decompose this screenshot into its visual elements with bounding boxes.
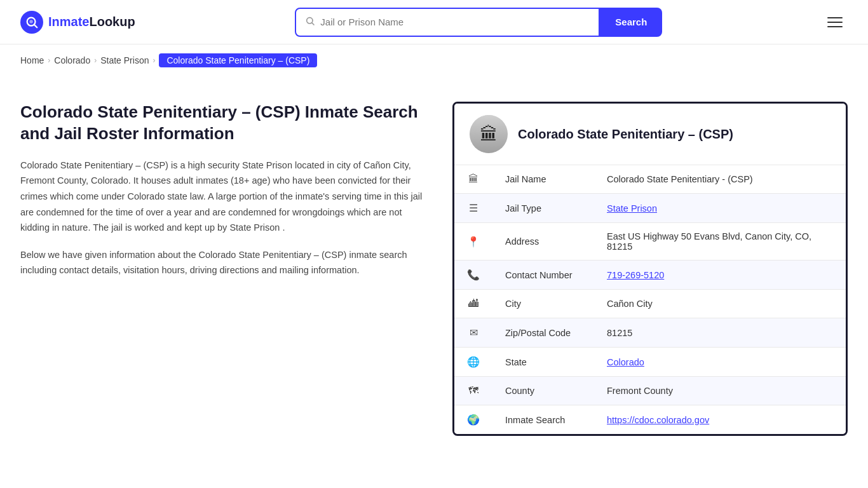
svg-line-1 bbox=[34, 25, 37, 27]
table-row: 🌍Inmate Searchhttps://cdoc.colorado.gov bbox=[454, 405, 846, 435]
row-value: 81215 bbox=[594, 318, 846, 348]
card-avatar: 🏛 bbox=[470, 115, 508, 153]
row-value[interactable]: https://cdoc.colorado.gov bbox=[594, 405, 846, 435]
header: InmateLookup Search bbox=[0, 0, 868, 44]
table-row: 📍AddressEast US Highway 50 Evans Blvd, C… bbox=[454, 223, 846, 261]
page-desc-2: Below we have given information about th… bbox=[20, 247, 427, 278]
row-value: East US Highway 50 Evans Blvd, Canon Cit… bbox=[594, 223, 846, 261]
table-row: ✉Zip/Postal Code81215 bbox=[454, 318, 846, 348]
row-label: Inmate Search bbox=[492, 405, 594, 435]
row-link[interactable]: 719-269-5120 bbox=[607, 270, 664, 280]
row-icon: 🏙 bbox=[454, 290, 492, 318]
row-link[interactable]: State Prison bbox=[607, 203, 657, 214]
breadcrumb-state-prison[interactable]: State Prison bbox=[100, 55, 149, 65]
row-label: Zip/Postal Code bbox=[492, 318, 594, 348]
breadcrumb-home[interactable]: Home bbox=[20, 55, 44, 65]
row-icon: ✉ bbox=[454, 318, 492, 348]
row-value: Cañon City bbox=[594, 290, 846, 318]
hamburger-line bbox=[827, 26, 843, 27]
row-value[interactable]: State Prison bbox=[594, 194, 846, 223]
row-label: Address bbox=[492, 223, 594, 261]
hamburger-menu[interactable] bbox=[822, 12, 848, 32]
row-icon: 🏛 bbox=[454, 165, 492, 194]
card-header: 🏛 Colorado State Penitentiary – (CSP) bbox=[454, 104, 846, 165]
search-box bbox=[295, 8, 600, 37]
row-icon: ☰ bbox=[454, 194, 492, 223]
table-row: 🏙CityCañon City bbox=[454, 290, 846, 318]
left-column: Colorado State Penitentiary – (CSP) Inma… bbox=[20, 102, 427, 290]
search-input[interactable] bbox=[320, 17, 590, 27]
row-label: Contact Number bbox=[492, 261, 594, 290]
breadcrumb-colorado[interactable]: Colorado bbox=[54, 55, 90, 65]
row-link[interactable]: Colorado bbox=[607, 357, 644, 367]
row-label: City bbox=[492, 290, 594, 318]
search-icon bbox=[305, 16, 315, 29]
info-card: 🏛 Colorado State Penitentiary – (CSP) 🏛J… bbox=[452, 102, 848, 436]
row-value[interactable]: Colorado bbox=[594, 348, 846, 377]
logo-icon bbox=[20, 11, 43, 34]
page-title: Colorado State Penitentiary – (CSP) Inma… bbox=[20, 102, 427, 145]
search-button[interactable]: Search bbox=[600, 8, 662, 37]
logo-text: InmateLookup bbox=[48, 15, 135, 29]
info-table: 🏛Jail NameColorado State Penitentiary - … bbox=[454, 165, 846, 434]
right-column: 🏛 Colorado State Penitentiary – (CSP) 🏛J… bbox=[452, 102, 848, 436]
hamburger-line bbox=[827, 17, 843, 18]
logo[interactable]: InmateLookup bbox=[20, 11, 135, 34]
card-avatar-img: 🏛 bbox=[470, 115, 508, 153]
breadcrumb: Home › Colorado › State Prison › Colorad… bbox=[0, 44, 868, 76]
row-icon: 🗺 bbox=[454, 377, 492, 405]
table-row: 🌐StateColorado bbox=[454, 348, 846, 377]
breadcrumb-sep: › bbox=[94, 56, 97, 65]
row-label: State bbox=[492, 348, 594, 377]
table-row: 🏛Jail NameColorado State Penitentiary - … bbox=[454, 165, 846, 194]
hamburger-line bbox=[827, 22, 843, 23]
row-label: Jail Name bbox=[492, 165, 594, 194]
row-link[interactable]: https://cdoc.colorado.gov bbox=[607, 415, 709, 425]
row-value[interactable]: 719-269-5120 bbox=[594, 261, 846, 290]
row-icon: 🌍 bbox=[454, 405, 492, 435]
row-icon: 🌐 bbox=[454, 348, 492, 377]
row-value: Colorado State Penitentiary - (CSP) bbox=[594, 165, 846, 194]
svg-point-2 bbox=[29, 20, 33, 23]
search-area: Search bbox=[295, 8, 662, 37]
breadcrumb-current: Colorado State Penitentiary – (CSP) bbox=[159, 53, 317, 67]
table-row: 📞Contact Number719-269-5120 bbox=[454, 261, 846, 290]
breadcrumb-sep: › bbox=[153, 56, 155, 65]
page-desc-1: Colorado State Penitentiary – (CSP) is a… bbox=[20, 158, 427, 236]
row-value: Fremont County bbox=[594, 377, 846, 405]
row-icon: 📍 bbox=[454, 223, 492, 261]
row-label: Jail Type bbox=[492, 194, 594, 223]
row-icon: 📞 bbox=[454, 261, 492, 290]
table-row: ☰Jail TypeState Prison bbox=[454, 194, 846, 223]
card-title: Colorado State Penitentiary – (CSP) bbox=[518, 127, 733, 142]
breadcrumb-sep: › bbox=[48, 56, 50, 65]
table-row: 🗺CountyFremont County bbox=[454, 377, 846, 405]
row-label: County bbox=[492, 377, 594, 405]
svg-line-4 bbox=[312, 23, 314, 25]
main-content: Colorado State Penitentiary – (CSP) Inma… bbox=[0, 76, 868, 461]
